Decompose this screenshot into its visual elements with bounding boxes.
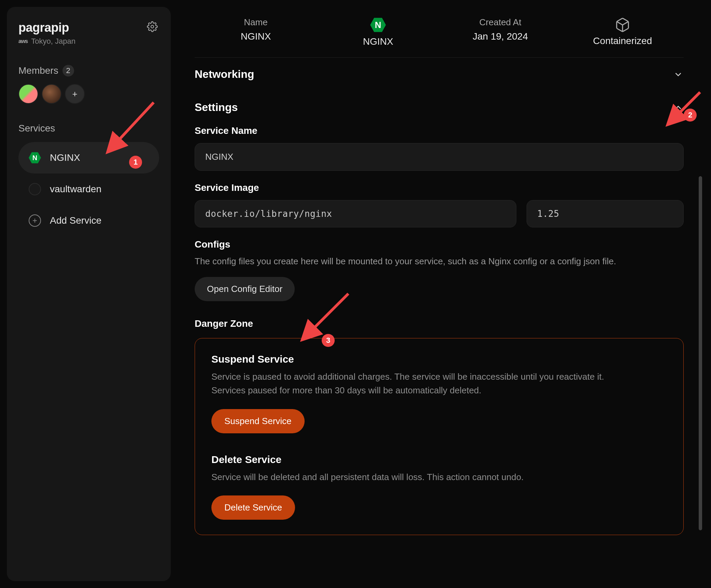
service-image-label: Service Image [195, 182, 684, 193]
project-settings-button[interactable] [145, 20, 159, 34]
settings-title: Settings [195, 101, 238, 114]
configs-description: The config files you create here will be… [195, 255, 684, 268]
service-header: Name NGINX N NGINX Created At Jan 19, 20… [174, 7, 704, 57]
networking-title: Networking [195, 68, 254, 81]
service-image-input[interactable] [195, 200, 516, 227]
vaultwarden-icon [28, 182, 42, 196]
nginx-icon: N [28, 151, 42, 165]
configs-label: Configs [195, 239, 684, 250]
suspend-description: Service is paused to avoid additional ch… [211, 370, 638, 397]
sidebar-service-nginx[interactable]: N NGINX [18, 142, 159, 173]
chevron-up-icon [673, 102, 684, 113]
cube-icon [615, 17, 630, 33]
member-avatar[interactable] [42, 84, 61, 104]
services-label: Services [18, 123, 55, 134]
networking-toggle[interactable]: Networking [195, 68, 684, 81]
scrollbar-thumb[interactable] [699, 176, 702, 530]
header-deploy-value: Containerized [561, 36, 684, 46]
region-label: Tokyo, Japan [31, 37, 75, 46]
header-name-label: Name [195, 17, 317, 28]
open-config-editor-button[interactable]: Open Config Editor [195, 277, 295, 301]
service-name-label: Service Name [195, 125, 684, 136]
members-label: Members [18, 65, 58, 76]
sidebar-service-vaultwarden[interactable]: vaultwarden [18, 173, 159, 205]
suspend-service-button[interactable]: Suspend Service [211, 409, 305, 433]
sidebar: pagrapip aws Tokyo, Japan Members 2 + Se… [7, 7, 171, 581]
add-member-button[interactable]: + [65, 84, 85, 104]
gear-icon [147, 21, 158, 33]
header-type-value: NGINX [317, 36, 439, 47]
service-image-version-input[interactable] [527, 200, 684, 227]
header-created-value: Jan 19, 2024 [439, 31, 561, 42]
settings-toggle[interactable]: Settings [195, 101, 684, 114]
chevron-down-icon [673, 69, 684, 80]
main-panel: Name NGINX N NGINX Created At Jan 19, 20… [174, 7, 704, 581]
add-service-label: Add Service [50, 215, 101, 226]
danger-zone: Suspend Service Service is paused to avo… [195, 338, 684, 535]
nginx-icon: N [370, 17, 386, 33]
header-created-label: Created At [439, 17, 561, 28]
delete-description: Service will be deleted and all persiste… [211, 470, 638, 484]
service-item-label: NGINX [50, 152, 80, 163]
service-item-label: vaultwarden [50, 184, 101, 195]
scrollbar[interactable] [699, 65, 702, 571]
service-name-input[interactable] [195, 143, 684, 171]
danger-zone-label: Danger Zone [195, 318, 684, 329]
settings-section: Settings Service Name Service Image Conf… [195, 91, 684, 545]
cloud-provider-badge: aws [18, 38, 28, 44]
members-count-badge: 2 [62, 65, 74, 76]
add-service-button[interactable]: + Add Service [18, 205, 159, 236]
networking-section: Networking [195, 57, 684, 91]
header-name-value: NGINX [195, 31, 317, 42]
svg-point-0 [151, 25, 154, 28]
suspend-title: Suspend Service [211, 353, 667, 365]
project-title: pagrapip [18, 20, 75, 35]
plus-circle-icon: + [28, 214, 42, 227]
member-avatar[interactable] [18, 84, 38, 104]
delete-title: Delete Service [211, 454, 667, 465]
delete-service-button[interactable]: Delete Service [211, 495, 295, 520]
